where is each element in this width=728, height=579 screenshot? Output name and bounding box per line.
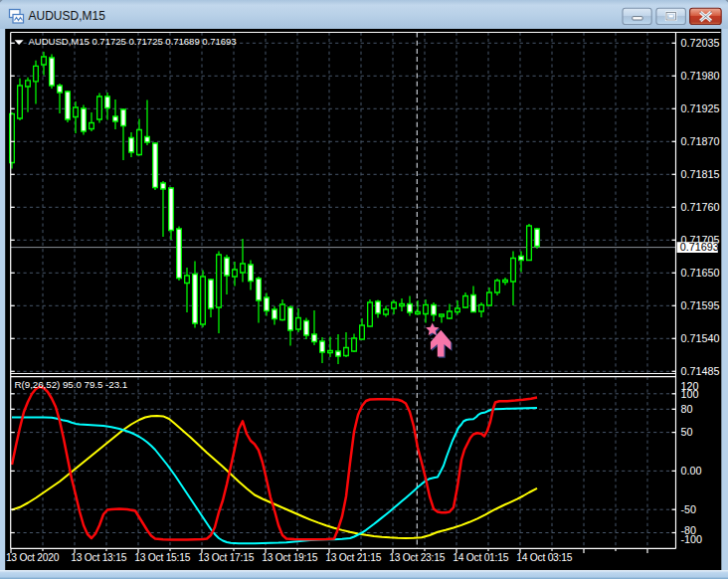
svg-text:0.71595: 0.71595 (681, 299, 720, 311)
svg-text:0.00: 0.00 (681, 465, 702, 477)
svg-text:-50: -50 (681, 503, 697, 515)
svg-text:0.71925: 0.71925 (681, 102, 720, 114)
svg-text:13 Oct 13:15: 13 Oct 13:15 (71, 552, 126, 563)
svg-text:AUDUSD,M15: AUDUSD,M15 (29, 9, 106, 23)
svg-text:0.71485: 0.71485 (681, 365, 720, 377)
svg-text:14 Oct 01:15: 14 Oct 01:15 (453, 552, 508, 563)
svg-text:-100: -100 (681, 533, 703, 545)
svg-text:13 Oct 21:15: 13 Oct 21:15 (325, 552, 381, 563)
svg-text:0.71980: 0.71980 (681, 70, 720, 82)
svg-text:0.71870: 0.71870 (681, 135, 720, 147)
svg-text:R(9,26,52) 95.0 79.5 -23.1: R(9,26,52) 95.0 79.5 -23.1 (15, 379, 128, 390)
svg-text:13 Oct 15:15: 13 Oct 15:15 (134, 552, 190, 563)
svg-text:0.72035: 0.72035 (681, 37, 720, 49)
svg-text:13 Oct 17:15: 13 Oct 17:15 (198, 552, 254, 563)
svg-text:AUDUSD,M15 0.71725 0.71725 0.7: AUDUSD,M15 0.71725 0.71725 0.71689 0.716… (29, 36, 237, 47)
svg-text:50: 50 (681, 426, 693, 438)
svg-text:13 Oct 2020: 13 Oct 2020 (6, 552, 60, 563)
svg-text:0.71650: 0.71650 (681, 267, 720, 279)
svg-text:0.71540: 0.71540 (681, 332, 720, 344)
svg-text:80: 80 (681, 403, 693, 415)
svg-text:0.71815: 0.71815 (681, 168, 720, 180)
svg-text:14 Oct 03:15: 14 Oct 03:15 (516, 552, 572, 563)
svg-text:0.71693: 0.71693 (680, 241, 719, 253)
svg-text:100: 100 (681, 388, 699, 400)
svg-text:13 Oct 19:15: 13 Oct 19:15 (262, 552, 317, 563)
svg-text:0.71760: 0.71760 (681, 201, 720, 213)
svg-text:13 Oct 23:15: 13 Oct 23:15 (389, 552, 445, 563)
